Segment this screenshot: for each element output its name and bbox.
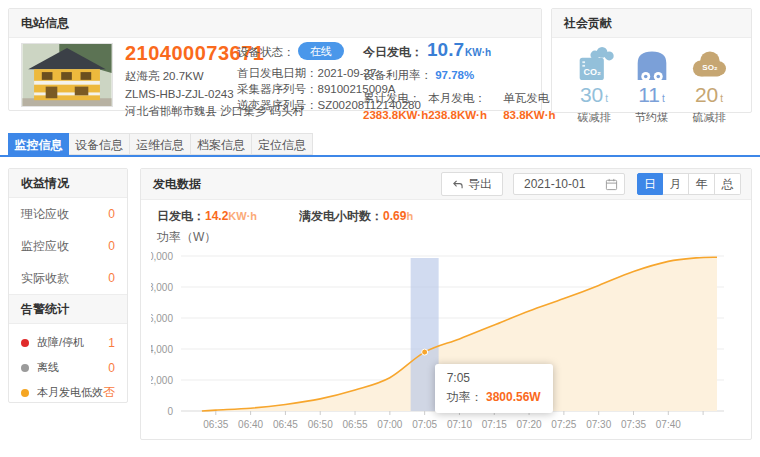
period-selector: 日 月 年 总 [637, 173, 741, 195]
svg-text:06:45: 06:45 [273, 419, 298, 430]
carbon-label: 碳减排 [568, 110, 620, 125]
total-generation-stat: 累计发电： 2383.8KW·h [363, 91, 428, 121]
svg-text:07:00: 07:00 [377, 419, 402, 430]
social-panel-title: 社会贡献 [552, 9, 751, 38]
so2-label: 硫减排 [683, 110, 735, 125]
daily-generation-label: 日发电： [157, 208, 205, 225]
svg-text:6,000: 6,000 [151, 313, 173, 324]
export-button[interactable]: 导出 [441, 172, 503, 196]
svg-text:06:40: 06:40 [238, 419, 263, 430]
so2-reduction-icon: SO₂ [688, 47, 730, 81]
chart-panel-title: 发电数据 [153, 176, 441, 193]
full-hours-value: 0.69 [383, 209, 406, 223]
low-efficiency-status-dot [21, 389, 29, 397]
svg-text:07:25: 07:25 [551, 419, 576, 430]
calendar-icon [605, 178, 618, 191]
tab-location-info[interactable]: 定位信息 [252, 133, 313, 155]
main-tab-bar: 监控信息 设备信息 运维信息 档案信息 定位信息 [8, 133, 313, 155]
revenue-item-monitored: 监控应收 0 [9, 230, 127, 262]
svg-text:07:15: 07:15 [482, 419, 507, 430]
today-generation-unit: KW·h [465, 47, 491, 58]
online-status-badge: 在线 [298, 42, 344, 60]
period-month-button[interactable]: 月 [663, 173, 689, 195]
tab-archive-info[interactable]: 档案信息 [191, 133, 252, 155]
social-contribution-panel: 社会贡献 CO₂ 30t 碳减排 11t 节约煤 [551, 8, 752, 113]
alarm-item-offline: 离线 0 [9, 355, 127, 380]
month-generation-stat: 本月发电： 238.8KW·h [428, 91, 484, 121]
coal-label: 节约煤 [626, 110, 678, 125]
utilization-value: 97.78% [435, 69, 474, 81]
period-year-button[interactable]: 年 [689, 173, 715, 195]
fault-status-dot [21, 339, 29, 347]
tooltip-value: 3800.56W [486, 390, 541, 404]
svg-text:SO₂: SO₂ [702, 63, 718, 72]
pv-station-dashboard: { "station": { "panel_title": "电站信息", "i… [0, 0, 760, 457]
revenue-item-actual: 实际收款 0 [9, 262, 127, 294]
svg-text:07:10: 07:10 [447, 419, 472, 430]
daily-generation-value: 14.2 [205, 209, 228, 223]
station-photo [21, 43, 113, 107]
house-photo-illustration [22, 44, 112, 106]
station-info-panel: 电站信息 210400073671 赵海亮 20.7KW ZLMS-HBJ-ZJ… [8, 8, 542, 111]
full-hours-label: 满发电小时数： [299, 208, 383, 225]
today-generation-value: 10.7 [427, 39, 464, 61]
chart-header: 发电数据 导出 2021-10-01 日 月 年 总 [141, 169, 751, 200]
carbon-reduction-item: CO₂ 30t 碳减排 [568, 47, 620, 125]
social-items: CO₂ 30t 碳减排 11t 节约煤 SO₂ [552, 38, 751, 125]
generation-data-panel: 发电数据 导出 2021-10-01 日 月 年 总 日发电： 14.2 KW·… [140, 168, 752, 440]
today-generation-row: 今日发电： 10.7 KW·h [363, 39, 535, 61]
generation-summary: 今日发电： 10.7 KW·h 设备利用率： 97.78% 累计发电： 2383… [363, 39, 535, 121]
tab-underline [0, 155, 760, 157]
svg-text:4,000: 4,000 [151, 344, 173, 355]
alarm-item-fault: 故障/停机 1 [9, 330, 127, 355]
coal-value: 11t [626, 83, 678, 107]
date-value: 2021-10-01 [524, 177, 605, 191]
export-arrow-icon [452, 179, 463, 190]
sidebar-panel: 收益情况 理论应收 0 监控应收 0 实际收款 0 告警统计 故障/停机 1 离… [8, 168, 128, 403]
chart-area: 02,0004,0006,0008,00010,00006:3506:4006:… [151, 246, 741, 440]
coal-saving-icon [631, 47, 673, 81]
today-generation-label: 今日发电： [363, 44, 423, 61]
tooltip-time: 7:05 [447, 371, 541, 385]
carbon-value: 30t [568, 83, 620, 107]
svg-text:07:20: 07:20 [517, 419, 542, 430]
utilization-row: 设备利用率： 97.78% [363, 68, 535, 83]
svg-text:07:30: 07:30 [586, 419, 611, 430]
svg-text:07:40: 07:40 [656, 419, 681, 430]
y-axis-title: 功率（W） [157, 229, 735, 244]
offline-status-dot [21, 364, 29, 372]
device-status-label: 设备状态： [237, 46, 295, 58]
so2-value: 20t [683, 83, 735, 107]
generation-stats: 累计发电： 2383.8KW·h 本月发电： 238.8KW·h 单瓦发电： 8… [363, 91, 535, 121]
svg-text:10,000: 10,000 [151, 251, 173, 262]
chart-tooltip: 7:05 功率： 3800.56W [435, 364, 553, 413]
coal-saving-item: 11t 节约煤 [626, 47, 678, 125]
svg-text:06:50: 06:50 [308, 419, 333, 430]
date-picker-input[interactable]: 2021-10-01 [513, 173, 625, 195]
svg-text:CO₂: CO₂ [584, 67, 601, 77]
period-total-button[interactable]: 总 [715, 173, 741, 195]
svg-text:07:35: 07:35 [621, 419, 646, 430]
tab-operation-info[interactable]: 运维信息 [130, 133, 191, 155]
co2-reduction-icon: CO₂ [573, 47, 615, 81]
tab-monitoring-info[interactable]: 监控信息 [8, 133, 69, 155]
so2-reduction-item: SO₂ 20t 硫减排 [683, 47, 735, 125]
tooltip-label: 功率： [447, 390, 483, 404]
svg-text:0: 0 [167, 406, 173, 417]
alarm-section-title: 告警统计 [9, 294, 127, 324]
svg-text:06:35: 06:35 [203, 419, 228, 430]
svg-text:06:55: 06:55 [343, 419, 368, 430]
daily-stats-row: 日发电： 14.2 KW·h 满发电小时数： 0.69 h [157, 208, 735, 223]
revenue-section-title: 收益情况 [9, 169, 127, 198]
revenue-item-theoretical: 理论应收 0 [9, 198, 127, 230]
svg-text:8,000: 8,000 [151, 282, 173, 293]
tab-device-info[interactable]: 设备信息 [69, 133, 130, 155]
alarm-item-low-efficiency: 本月发电低效 否 [9, 380, 127, 405]
station-panel-title: 电站信息 [9, 9, 541, 38]
svg-text:07:05: 07:05 [412, 419, 437, 430]
period-day-button[interactable]: 日 [637, 173, 663, 195]
svg-text:2,000: 2,000 [151, 375, 173, 386]
